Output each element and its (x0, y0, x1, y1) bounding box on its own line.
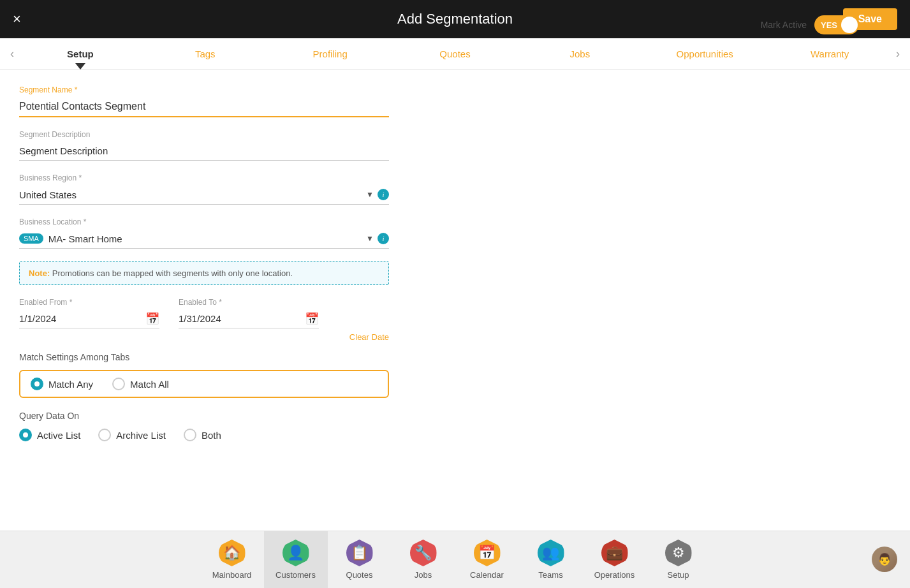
business-location-label: Business Location * (19, 217, 891, 226)
tab-setup[interactable]: Setup (18, 40, 143, 68)
business-location-select[interactable]: SMA MA- Smart Home ▼ i (19, 229, 389, 249)
enabled-to-group: Enabled To * 📅 (179, 298, 319, 328)
business-region-label: Business Region * (19, 173, 891, 182)
quotes-icon: 📋 (346, 540, 373, 566)
match-all-option[interactable]: Match All (112, 378, 169, 390)
nav-customers[interactable]: 👤 Customers (264, 531, 328, 589)
archive-list-label: Archive List (116, 430, 166, 441)
sma-badge: SMA (19, 233, 43, 244)
nav-quotes[interactable]: 📋 Quotes (328, 531, 392, 589)
business-region-dropdown-arrow[interactable]: ▼ (366, 190, 374, 199)
tab-opportunities[interactable]: Opportunities (642, 40, 767, 68)
business-region-info-icon[interactable]: i (378, 189, 389, 200)
enabled-from-label: Enabled From * (19, 298, 159, 307)
archive-list-radio[interactable] (98, 429, 111, 441)
segment-description-group: Segment Description (19, 130, 891, 161)
active-list-label: Active List (37, 430, 80, 441)
business-region-value: United States (19, 189, 366, 200)
jobs-label: Jobs (415, 570, 432, 580)
both-radio[interactable] (184, 429, 196, 441)
quotes-label: Quotes (346, 570, 373, 580)
operations-label: Operations (594, 570, 635, 580)
enabled-from-input[interactable] (19, 309, 159, 328)
segment-description-label: Segment Description (19, 130, 891, 139)
tab-profiling[interactable]: Profiling (268, 40, 393, 68)
nav-teams[interactable]: 👥 Teams (519, 531, 583, 589)
close-button[interactable]: × (13, 11, 21, 27)
segment-description-input[interactable] (19, 142, 389, 161)
operations-icon: 💼 (601, 540, 628, 566)
enabled-to-calendar-icon[interactable]: 📅 (305, 312, 319, 326)
active-list-option[interactable]: Active List (19, 429, 80, 441)
nav-calendar[interactable]: 📅 Calendar (455, 531, 519, 589)
jobs-icon: 🔧 (410, 540, 437, 566)
business-region-group: Business Region * United States ▼ i (19, 173, 891, 205)
both-label: Both (202, 430, 221, 441)
active-list-radio[interactable] (19, 429, 32, 441)
enabled-from-group: Enabled From * 📅 (19, 298, 159, 328)
query-data-row: Active List Archive List Both (19, 429, 891, 441)
customers-label: Customers (275, 570, 316, 580)
date-row: Enabled From * 📅 Enabled To * 📅 (19, 298, 891, 328)
user-avatar[interactable]: 👨 (872, 547, 897, 572)
tab-navigation: ‹ Setup Tags Profiling Quotes Jobs Oppor… (0, 38, 910, 70)
tab-tags[interactable]: Tags (143, 40, 268, 68)
enabled-from-calendar-icon[interactable]: 📅 (145, 312, 159, 326)
teams-label: Teams (538, 570, 562, 580)
note-text: Promotions can be mapped with segments w… (52, 268, 293, 278)
query-data-label: Query Data On (19, 411, 891, 421)
enabled-to-label: Enabled To * (179, 298, 319, 307)
note-box: Note: Promotions can be mapped with segm… (19, 261, 389, 285)
customers-icon: 👤 (283, 540, 309, 566)
teams-icon: 👥 (538, 540, 564, 566)
match-any-label: Match Any (48, 379, 93, 390)
page-title: Add Segmentation (397, 11, 513, 27)
clear-date-button[interactable]: Clear Date (19, 332, 389, 342)
business-region-select[interactable]: United States ▼ i (19, 185, 389, 205)
business-location-value: MA- Smart Home (48, 233, 366, 244)
mainboard-icon: 🏠 (219, 540, 246, 566)
main-content: Mark Active YES Segment Name * Segment D… (0, 70, 910, 531)
both-option[interactable]: Both (184, 429, 221, 441)
nav-jobs[interactable]: 🔧 Jobs (392, 531, 455, 589)
match-all-label: Match All (130, 379, 169, 390)
avatar-image: 👨 (872, 547, 897, 572)
segment-name-group: Segment Name * (19, 85, 891, 117)
match-settings-box: Match Any Match All (19, 370, 389, 398)
segment-name-label: Segment Name * (19, 85, 891, 94)
business-location-info-icon[interactable]: i (378, 233, 389, 244)
mainboard-label: Mainboard (212, 570, 251, 580)
tab-jobs[interactable]: Jobs (517, 40, 642, 68)
nav-mainboard[interactable]: 🏠 Mainboard (200, 531, 264, 589)
business-location-group: Business Location * SMA MA- Smart Home ▼… (19, 217, 891, 249)
match-all-radio[interactable] (112, 378, 125, 390)
nav-operations[interactable]: 💼 Operations (583, 531, 647, 589)
match-any-option[interactable]: Match Any (31, 378, 93, 390)
setup-icon: ⚙ (665, 540, 692, 566)
enabled-to-input[interactable] (179, 309, 319, 328)
bottom-navigation: 🏠 Mainboard 👤 Customers 📋 Quotes 🔧 Jobs … (0, 531, 910, 588)
tab-quotes[interactable]: Quotes (393, 40, 518, 68)
tab-warranty[interactable]: Warranty (767, 40, 892, 68)
calendar-icon: 📅 (474, 540, 501, 566)
nav-setup[interactable]: ⚙ Setup (647, 531, 710, 589)
business-location-dropdown-arrow[interactable]: ▼ (366, 234, 374, 243)
match-settings-label: Match Settings Among Tabs (19, 352, 891, 362)
segment-name-input[interactable] (19, 97, 389, 117)
archive-list-option[interactable]: Archive List (98, 429, 166, 441)
setup-label: Setup (668, 570, 689, 580)
tab-prev-arrow[interactable]: ‹ (6, 47, 18, 61)
match-any-radio[interactable] (31, 378, 43, 390)
note-label: Note: (29, 268, 50, 278)
tab-next-arrow[interactable]: › (892, 47, 904, 61)
calendar-label: Calendar (470, 570, 504, 580)
